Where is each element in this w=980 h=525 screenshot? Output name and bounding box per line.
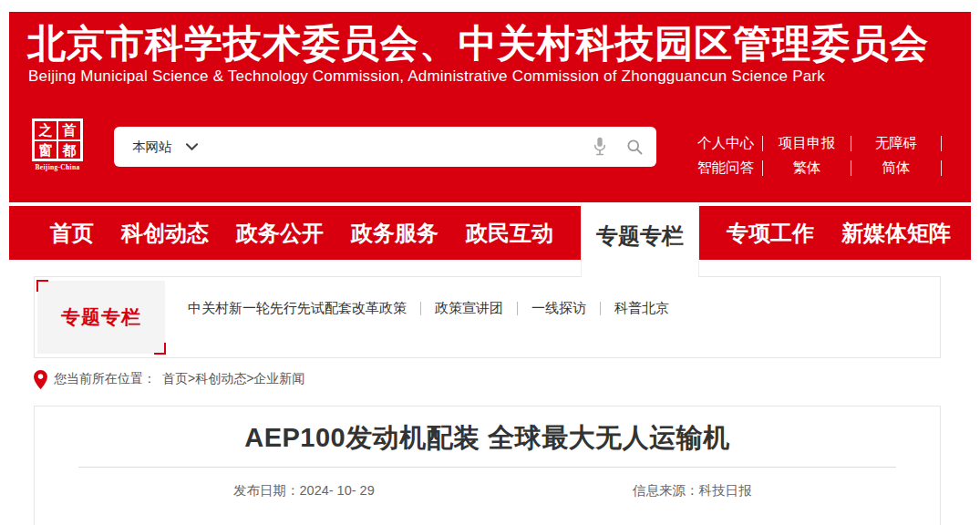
logo-grid: 之 首 窗 都 — [32, 118, 83, 161]
topic-bar-label-text: 专题专栏 — [61, 304, 141, 330]
separator — [941, 136, 942, 151]
nav-item-new-media-matrix[interactable]: 新媒体矩阵 — [841, 219, 951, 248]
nav-item-gov-services[interactable]: 政务服务 — [351, 219, 438, 248]
nav-item-scitech-news[interactable]: 科创动态 — [121, 219, 209, 248]
article-title: AEP100发动机配装 全球最大无人运输机 — [35, 420, 940, 457]
breadcrumb: 您当前所在位置：首页>科创动态>企业新闻 — [34, 367, 304, 391]
divider — [78, 467, 896, 468]
separator — [600, 302, 601, 315]
search-input[interactable] — [211, 127, 593, 167]
utility-row-2: 智能问答 繁体 简体 — [689, 156, 942, 180]
search-scope-dropdown[interactable]: 本网站 — [132, 139, 198, 156]
topic-link-zgc-reform-policy[interactable]: 中关村新一轮先行先试配套改革政策 — [188, 300, 407, 317]
topic-bar: 专题专栏 中关村新一轮先行先试配套改革政策 政策宣讲团 一线探访 科普北京 — [34, 276, 941, 358]
topic-link-policy-lecture-group[interactable]: 政策宣讲团 — [435, 300, 503, 317]
breadcrumb-label: 您当前所在位置： — [54, 371, 156, 387]
separator — [517, 302, 518, 315]
publish-date-value: 2024- 10- 29 — [300, 483, 375, 498]
logo-char: 都 — [57, 140, 81, 160]
nav-item-special-topics[interactable]: 专题专栏 — [581, 202, 699, 277]
link-smart-qa[interactable]: 智能问答 — [689, 159, 762, 178]
info-source: 信息来源：科技日报 — [633, 482, 752, 499]
nav-item-public-interaction[interactable]: 政民互动 — [466, 219, 553, 248]
capital-window-logo[interactable]: 之 首 窗 都 Beijing-China — [30, 118, 85, 171]
topic-bar-label: 专题专栏 — [37, 281, 165, 354]
breadcrumb-path[interactable]: 首页>科创动态>企业新闻 — [162, 371, 304, 387]
link-personal-center[interactable]: 个人中心 — [689, 134, 762, 153]
nav-item-gov-affairs[interactable]: 政务公开 — [236, 219, 324, 248]
corner-bracket-icon — [36, 280, 48, 292]
topic-links: 中关村新一轮先行先试配套改革政策 政策宣讲团 一线探访 科普北京 — [188, 300, 669, 317]
search-scope-label: 本网站 — [132, 139, 172, 156]
info-source-value: 科技日报 — [699, 483, 752, 498]
article-panel: AEP100发动机配装 全球最大无人运输机 发布日期：2024- 10- 29 … — [34, 406, 941, 525]
search-button[interactable] — [625, 138, 644, 156]
utility-row-1: 个人中心 项目申报 无障碍 — [689, 131, 942, 156]
topic-link-frontline-visits[interactable]: 一线探访 — [531, 300, 586, 317]
publish-date-label: 发布日期： — [233, 483, 300, 498]
link-traditional-chinese[interactable]: 繁体 — [763, 159, 851, 178]
site-subtitle: Beijing Municipal Science & Technology C… — [28, 67, 825, 86]
search-bar: 本网站 — [114, 127, 656, 167]
page: 北京市科学技术委员会、中关村科技园区管理委员会 Beijing Municipa… — [0, 0, 980, 525]
voice-search-button[interactable] — [593, 137, 607, 158]
site-header: 北京市科学技术委员会、中关村科技园区管理委员会 Beijing Municipa… — [9, 12, 971, 202]
location-pin-icon — [34, 370, 47, 389]
chevron-down-icon — [186, 143, 198, 151]
logo-char: 窗 — [34, 140, 57, 160]
publish-date: 发布日期：2024- 10- 29 — [233, 482, 375, 499]
search-icon — [625, 138, 644, 156]
nav-item-home[interactable]: 首页 — [50, 219, 94, 248]
separator — [420, 302, 421, 315]
link-accessibility[interactable]: 无障碍 — [851, 134, 941, 153]
logo-caption: Beijing-China — [30, 163, 85, 171]
utility-links: 个人中心 项目申报 无障碍 智能问答 繁体 简体 — [689, 131, 942, 180]
corner-bracket-icon — [154, 343, 166, 355]
logo-char: 之 — [34, 120, 57, 140]
main-nav: 首页 科创动态 政务公开 政务服务 政民互动 专题专栏 专项工作 新媒体矩阵 — [9, 206, 971, 260]
microphone-icon — [593, 137, 607, 158]
site-title: 北京市科学技术委员会、中关村科技园区管理委员会 — [27, 18, 929, 69]
topic-link-science-beijing[interactable]: 科普北京 — [614, 300, 669, 317]
separator — [941, 160, 942, 176]
logo-char: 首 — [57, 120, 81, 140]
info-source-label: 信息来源： — [633, 483, 699, 498]
nav-item-special-projects[interactable]: 专项工作 — [727, 219, 814, 248]
link-project-application[interactable]: 项目申报 — [763, 134, 851, 153]
link-simplified-chinese[interactable]: 简体 — [851, 159, 941, 178]
